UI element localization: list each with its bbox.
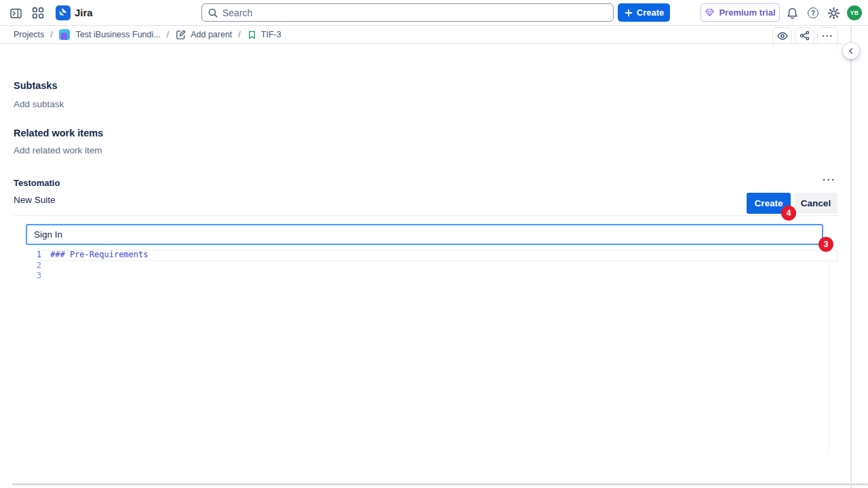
subtasks-heading: Subtasks [14,80,57,91]
related-work-items-heading: Related work items [14,128,103,138]
line-number: 1 [26,250,41,261]
edit-pencil-icon [175,29,186,41]
settings-button[interactable] [826,5,841,20]
breadcrumb-issue-key[interactable]: TIF-3 [247,30,281,40]
issue-key-label: TIF-3 [261,30,281,39]
testomatio-heading: Testomatio [14,178,60,188]
sidebar-toggle-icon [9,7,22,20]
collapse-panel-button[interactable] [843,43,859,59]
bell-icon [786,7,799,20]
line-number: 2 [26,261,41,271]
jira-logo-icon[interactable] [56,5,71,20]
line-number: 3 [26,271,41,282]
section-divider [14,215,838,216]
suite-name-input[interactable] [26,224,823,245]
breadcrumb-project-link[interactable]: Test iBusiness Fundi... [76,30,161,39]
add-subtask-button[interactable]: Add subtask [14,99,64,109]
eye-icon [776,30,789,42]
global-create-button[interactable]: Create [618,3,670,22]
chevron-left-icon [846,46,856,56]
plus-icon [624,8,633,18]
breadcrumb-separator: / [50,30,52,39]
add-related-work-item-button[interactable]: Add related work item [14,145,102,155]
editor-line-1[interactable]: 1 ### Pre-Requirements [26,250,837,261]
testomatio-more-button[interactable]: ··· [823,174,836,185]
gem-icon [705,7,715,18]
app-switcher-button[interactable] [31,5,45,20]
premium-trial-button[interactable]: Premium trial [701,3,780,22]
suite-code-editor[interactable]: 1 ### Pre-Requirements 2 3 [26,250,837,451]
global-search[interactable] [201,3,614,22]
code-text [41,271,50,282]
notifications-button[interactable] [785,5,800,20]
gear-icon [827,7,840,20]
breadcrumb-more-button[interactable]: ··· [817,27,838,44]
code-text: ### Pre-Requirements [41,250,149,261]
add-parent-label: Add parent [191,30,232,39]
bookmark-icon [247,30,257,40]
share-button[interactable] [795,27,814,44]
premium-trial-label: Premium trial [719,7,775,18]
breadcrumb-projects-link[interactable]: Projects [14,30,44,39]
global-create-label: Create [637,7,664,18]
editor-line-3[interactable]: 3 [26,271,837,282]
search-input[interactable] [222,7,608,18]
help-button[interactable]: ? [806,5,821,20]
annotation-badge-3: 3 [818,237,833,252]
add-parent-button[interactable]: Add parent [175,29,232,41]
watch-button[interactable] [772,27,792,44]
code-text [41,261,50,271]
annotation-badge-4: 4 [781,206,796,221]
breadcrumb-separator: / [238,30,240,39]
app-switcher-icon [32,7,44,19]
horizontal-scrollbar[interactable] [12,483,868,485]
new-suite-label: New Suite [14,195,56,205]
share-icon [799,30,810,41]
app-name: Jira [75,7,93,18]
breadcrumb: Projects / Test iBusiness Fundi... / Add… [0,26,843,44]
help-icon: ? [808,7,818,18]
search-icon [208,7,218,18]
top-navigation-bar: Jira Create [0,0,868,26]
suite-cancel-button[interactable]: Cancel [794,193,837,214]
panel-divider [850,26,852,488]
project-avatar-icon[interactable] [59,29,70,40]
breadcrumb-separator: / [167,30,169,39]
editor-line-2[interactable]: 2 [26,261,837,271]
sidebar-toggle-button[interactable] [8,5,23,20]
user-avatar[interactable]: YB [847,5,862,20]
jira-app-window: Jira Create [0,0,868,488]
editor-right-border [829,261,829,451]
